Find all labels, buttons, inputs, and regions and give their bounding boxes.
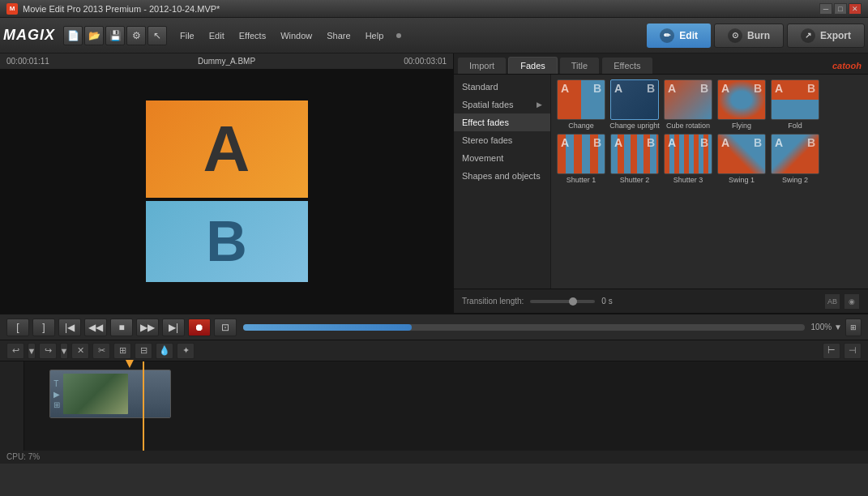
effect-swing2-thumb: A B (771, 134, 819, 174)
zoom-fit-button[interactable]: ⊞ (845, 319, 862, 336)
new-icon[interactable]: 📄 (63, 26, 83, 45)
sidebar-item-stereo[interactable]: Stereo fades (454, 131, 550, 149)
clip-icons: T ▶ ⊞ (52, 378, 62, 411)
trans-icon-2[interactable]: ◉ (844, 293, 860, 310)
timeline-progress[interactable] (243, 324, 805, 331)
cpu-status: CPU: 7% (6, 452, 40, 461)
undo-button[interactable]: ↩ (6, 343, 24, 359)
tab-title[interactable]: Title (559, 57, 600, 74)
close-button[interactable]: ✕ (849, 3, 862, 15)
menu-edit[interactable]: Edit (203, 28, 231, 43)
snapshot-button[interactable]: ⊡ (214, 319, 237, 336)
menu-help[interactable]: Help (359, 28, 391, 43)
effect-swing1[interactable]: A B Swing 1 (716, 134, 767, 185)
effect-shutter1-label: Shutter 1 (567, 176, 596, 185)
redo-dropdown[interactable]: ▼ (60, 343, 68, 359)
clip-b-letter: B (206, 209, 247, 274)
timeline-tools: ↩ ▼ ↪ ▼ ✕ ✂ ⊞ ⊟ 💧 ✦ ⊢ ⊣ (0, 340, 868, 361)
cut-tool[interactable]: ✂ (92, 343, 110, 359)
goto-end-button[interactable]: ▶| (162, 319, 185, 336)
menu-file[interactable]: File (173, 28, 201, 43)
sidebar-item-spatial[interactable]: Spatial fades ▶ (454, 96, 550, 113)
effect-change-upright[interactable]: A B Change upright (609, 79, 660, 130)
zoom-in-button[interactable]: ⊣ (844, 343, 862, 359)
settings-icon[interactable]: ⚙ (126, 26, 146, 45)
trans-icon-1[interactable]: AB (824, 293, 840, 310)
timeline-clip[interactable]: T ▶ ⊞ (49, 370, 171, 418)
effect-cube[interactable]: A B Cube rotation (663, 79, 713, 130)
effects-grid: A B Change A B Change upright (551, 75, 868, 289)
redo-button[interactable]: ↪ (39, 343, 57, 359)
sidebar-item-shapes[interactable]: Shapes and objects (454, 167, 550, 185)
right-panel: Import Fades Title Effects catooh Standa… (454, 53, 868, 313)
effect-fold[interactable]: A B Fold (770, 79, 820, 130)
save-icon[interactable]: 💾 (105, 26, 125, 45)
effect-shutter1[interactable]: A B Shutter 1 (556, 134, 606, 185)
split-button[interactable]: ⊞ (113, 343, 131, 359)
record-button[interactable]: ⏺ (188, 319, 211, 336)
menu-share[interactable]: Share (320, 28, 357, 43)
goto-start-button[interactable]: |◀ (58, 319, 81, 336)
export-button[interactable]: ↗ Export (787, 24, 865, 48)
zoom-out-button[interactable]: ⊢ (823, 343, 840, 359)
preview-filename: Dummy_A.BMP (198, 57, 255, 66)
cursor-icon[interactable]: ↖ (148, 26, 167, 45)
effect-change-thumb: A B (557, 79, 605, 120)
tab-import[interactable]: Import (457, 57, 507, 74)
end-clip-icon: ⊞ (53, 400, 60, 409)
timeline: [ ] |◀ ◀◀ ■ ▶▶ ▶| ⏺ ⊡ 100% ▼ ⊞ ↩ ▼ ↪ ▼ ✕… (0, 313, 868, 449)
toolbar-icons: 📄 📂 💾 ⚙ ↖ (63, 26, 167, 45)
effects-button[interactable]: 💧 (156, 343, 173, 359)
undo-dropdown[interactable]: ▼ (28, 343, 36, 359)
burn-button[interactable]: ⊙ Burn (714, 24, 784, 48)
more-button[interactable]: ✦ (177, 343, 195, 359)
effect-cube-label: Cube rotation (666, 122, 710, 130)
maximize-button[interactable]: □ (834, 3, 847, 15)
menu-window[interactable]: Window (274, 28, 319, 43)
transition-knob[interactable] (569, 297, 577, 306)
sidebar-item-movement[interactable]: Movement (454, 149, 550, 167)
tab-fades[interactable]: Fades (508, 57, 558, 74)
menu-effects[interactable]: Effects (233, 28, 272, 43)
effects-row-1: A B Change A B Change upright (556, 79, 863, 130)
mark-in-button[interactable]: [ (6, 319, 29, 336)
open-icon[interactable]: 📂 (84, 26, 104, 45)
playhead-marker (126, 360, 134, 368)
effect-shutter3[interactable]: A B Shutter 3 (663, 134, 713, 185)
transport-controls: [ ] |◀ ◀◀ ■ ▶▶ ▶| ⏺ ⊡ 100% ▼ ⊞ (0, 314, 868, 340)
stop-button[interactable]: ■ (110, 319, 133, 336)
delete-button[interactable]: ✕ (71, 343, 89, 359)
text-clip-icon: T (53, 379, 60, 388)
effect-change[interactable]: A B Change (556, 79, 606, 130)
effect-shutter2[interactable]: A B Shutter 2 (609, 134, 660, 185)
right-tools: ⊢ ⊣ (823, 343, 862, 359)
play-button[interactable]: ▶▶ (136, 319, 159, 336)
effects-row-2: A B Shutter 1 A B Shutter 2 (556, 134, 863, 185)
effect-shutter3-label: Shutter 3 (673, 176, 703, 185)
clip-a: A (146, 100, 308, 198)
sidebar-item-effect-fades[interactable]: Effect fades (454, 113, 550, 131)
sidebar-item-standard[interactable]: Standard (454, 78, 550, 96)
markers-button[interactable]: ⊟ (135, 343, 152, 359)
effect-change-upright-thumb: A B (610, 79, 659, 120)
tab-effects[interactable]: Effects (601, 57, 652, 74)
panel-tabs: Import Fades Title Effects catooh (454, 53, 868, 75)
effect-swing2[interactable]: A B Swing 2 (770, 134, 820, 185)
effect-flying[interactable]: A B Flying (716, 79, 767, 130)
edit-button[interactable]: ✏ Edit (647, 24, 711, 48)
effect-fold-label: Fold (788, 122, 802, 130)
preview-canvas: A B (0, 70, 453, 313)
minimize-button[interactable]: ─ (819, 3, 832, 15)
effect-flying-thumb: A B (717, 79, 766, 120)
transition-label: Transition length: (462, 297, 524, 306)
transition-slider[interactable] (530, 300, 595, 303)
effect-flying-label: Flying (732, 122, 751, 130)
mark-out-button[interactable]: ] (32, 319, 55, 336)
effect-change-upright-label: Change upright (609, 122, 660, 130)
rewind-button[interactable]: ◀◀ (84, 319, 107, 336)
preview-topbar: 00:00:01:11 Dummy_A.BMP 00:00:03:01 (0, 53, 453, 70)
edit-icon: ✏ (660, 28, 674, 43)
effect-shutter2-label: Shutter 2 (620, 176, 650, 185)
effect-change-label: Change (568, 122, 594, 130)
main-area: 00:00:01:11 Dummy_A.BMP 00:00:03:01 A B … (0, 53, 868, 313)
